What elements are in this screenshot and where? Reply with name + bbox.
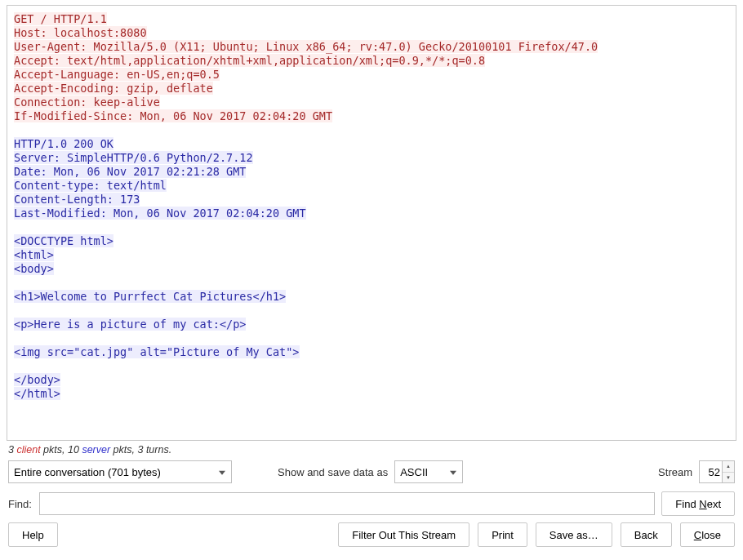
find-next-button[interactable]: Find Next — [661, 491, 735, 516]
save-as-button[interactable]: Save as… — [536, 522, 612, 547]
stream-label: Stream — [658, 466, 692, 478]
find-row: Find: Find Next — [8, 491, 735, 516]
conversation-select[interactable]: Entire conversation (701 bytes) — [8, 460, 232, 483]
display-options-row: Entire conversation (701 bytes) Show and… — [8, 460, 735, 483]
help-button[interactable]: Help — [8, 522, 58, 547]
show-save-label: Show and save data as — [278, 466, 388, 478]
stream-text: GET / HTTP/1.1 Host: localhost:8080 User… — [14, 12, 729, 401]
format-select[interactable]: ASCII — [394, 460, 463, 483]
packet-stats: 3 client pkts, 10 server pkts, 3 turns. — [8, 444, 735, 456]
print-button[interactable]: Print — [478, 522, 527, 547]
stream-number-input[interactable] — [699, 460, 722, 483]
action-button-row: Help Filter Out This Stream Print Save a… — [8, 522, 735, 547]
find-input[interactable] — [39, 492, 655, 515]
filter-out-button[interactable]: Filter Out This Stream — [338, 522, 469, 547]
stream-spinbox[interactable]: ▲ ▼ — [699, 460, 735, 483]
find-label: Find: — [8, 498, 33, 510]
stream-down-button[interactable]: ▼ — [723, 473, 734, 483]
stream-up-button[interactable]: ▲ — [723, 461, 734, 473]
back-button[interactable]: Back — [621, 522, 672, 547]
stream-content-panel[interactable]: GET / HTTP/1.1 Host: localhost:8080 User… — [7, 5, 736, 441]
close-button[interactable]: Close — [680, 522, 735, 547]
client-request-block: GET / HTTP/1.1 Host: localhost:8080 User… — [14, 12, 598, 122]
server-response-block: HTTP/1.0 200 OK Server: SimpleHTTP/0.6 P… — [14, 137, 306, 400]
